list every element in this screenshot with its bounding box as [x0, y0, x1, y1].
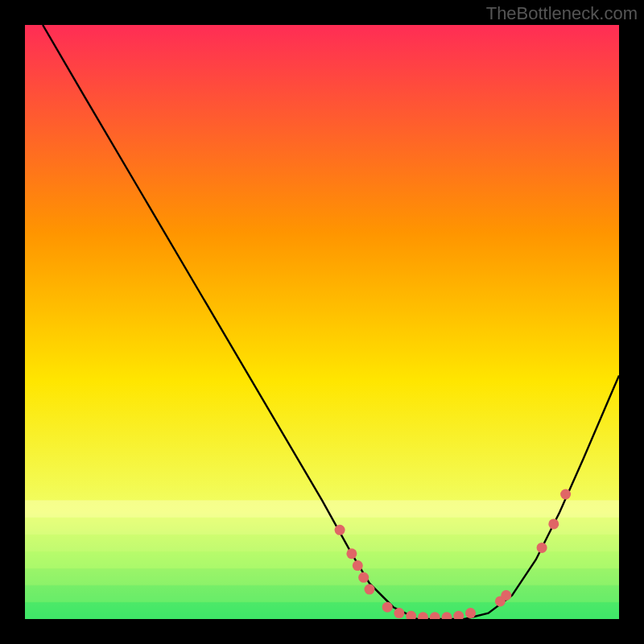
- gradient-band: [25, 585, 619, 603]
- data-point: [346, 548, 357, 559]
- gradient-band: [25, 568, 619, 586]
- data-point: [335, 525, 345, 535]
- data-point: [394, 608, 404, 618]
- data-point: [365, 584, 375, 595]
- watermark-text: TheBottleneck.com: [486, 3, 638, 24]
- gradient-band: [25, 518, 619, 535]
- gradient-band: [25, 602, 619, 619]
- data-point: [501, 590, 511, 601]
- chart-container: TheBottleneck.com: [0, 0, 644, 644]
- data-point: [548, 518, 559, 529]
- data-point: [353, 560, 363, 571]
- data-point: [358, 572, 369, 583]
- data-point: [465, 608, 476, 618]
- plot-svg: [25, 25, 619, 619]
- plot-area: [25, 25, 619, 619]
- bottom-bands: [25, 500, 619, 619]
- gradient-band: [25, 535, 619, 552]
- gradient-band: [25, 551, 619, 569]
- gradient-band: [25, 500, 619, 518]
- data-point: [382, 602, 393, 613]
- data-point: [560, 489, 571, 500]
- data-point: [537, 543, 547, 553]
